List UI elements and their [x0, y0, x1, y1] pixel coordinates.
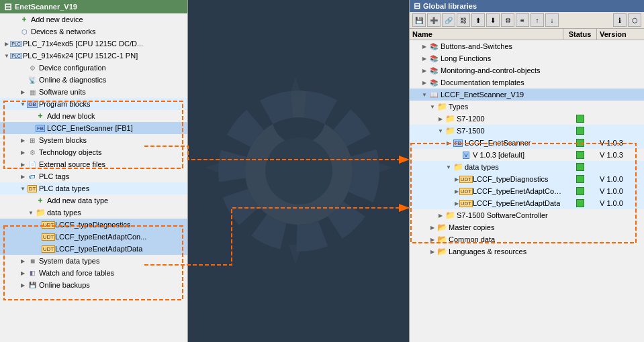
expand-arrow[interactable]	[19, 184, 27, 192]
right-tree-row-s7-1500-soft[interactable]: 📁S7-1500 SoftwareController	[410, 209, 644, 221]
expand-arrow[interactable]	[19, 136, 27, 144]
right-tree-row-s7-1200[interactable]: 📁S7-1200	[410, 113, 644, 125]
right-tree-row-master-copies[interactable]: 📂Master copies	[410, 221, 644, 233]
item-label: S7-1200	[457, 115, 485, 123]
expand-arrow[interactable]	[428, 235, 436, 243]
right-tree-row-data-types-lib[interactable]: 📁data types	[410, 161, 644, 173]
right-tree-row-lccf-lib[interactable]: 📖LCCF_EnetScanner_V19	[410, 89, 644, 101]
right-tree-row-s7-1500[interactable]: 📁S7-1500	[410, 125, 644, 137]
left-tree-item-software-units[interactable]: ▦Software units	[0, 86, 187, 98]
tb-sort-desc[interactable]: ↓	[545, 13, 559, 27]
right-tree-row-lib-enet-data[interactable]: UDTLCCF_typeEnetAdaptDataV 1.0.0	[410, 197, 644, 209]
expand-arrow[interactable]	[19, 160, 27, 168]
right-tree-row-doc-templates[interactable]: 📚Documentation templates	[410, 76, 644, 89]
left-tree-item-plc-data-types[interactable]: DTPLC data types	[0, 182, 187, 194]
item-label: LCCF_EnetScanner [FB1]	[47, 124, 133, 132]
expand-arrow[interactable]	[436, 115, 445, 123]
left-tree-item-add-device[interactable]: +Add new device	[0, 13, 187, 25]
left-tree-item-device-config[interactable]: ⚙Device configuration	[0, 62, 187, 74]
expand-arrow[interactable]	[19, 269, 27, 277]
left-tree-item-sys-data-types[interactable]: ◼System data types	[0, 255, 187, 267]
left-tree-item-add-new-block[interactable]: +Add new block	[0, 110, 187, 122]
right-tree-row-types[interactable]: 📁Types	[410, 101, 644, 113]
svg-point-1	[265, 137, 332, 205]
left-tree-item-system-blocks[interactable]: ⊞System blocks	[0, 134, 187, 146]
tb-info[interactable]: ℹ	[613, 13, 627, 27]
item-label: LCCF_typeEnetAdaptData	[55, 245, 142, 253]
status-dot	[576, 139, 584, 147]
left-tree-item-plc-tags[interactable]: 🏷PLC tags	[0, 170, 187, 182]
right-tree-row-lib-diag[interactable]: UDTLCCF_typeDiagnosticsV 1.0.0	[410, 173, 644, 185]
expand-arrow[interactable]	[428, 247, 436, 255]
left-tree-item-lccf-enet-adpt[interactable]: UDTLCCF_typeEnetAdaptCon...	[0, 231, 187, 243]
expand-arrow[interactable]	[436, 127, 445, 135]
right-tree-row-v103[interactable]: VV 1.0.3 [default]V 1.0.3	[410, 149, 644, 161]
expand-arrow[interactable]	[19, 100, 27, 108]
right-tree-row-monitoring[interactable]: 📚Monitoring-and-control-objects	[410, 64, 644, 76]
tb-upload[interactable]: ⬆	[471, 13, 485, 27]
expand-arrow[interactable]	[19, 281, 27, 289]
item-label: LCCF_EnetScanner_V19	[441, 91, 524, 99]
left-tree-item-watch-force[interactable]: ◧Watch and force tables	[0, 267, 187, 279]
expand-arrow[interactable]	[420, 54, 428, 62]
right-tree-row-long-functions[interactable]: 📚Long Functions	[410, 52, 644, 64]
left-tree-item-lccf-fb1[interactable]: FBLCCF_EnetScanner [FB1]	[0, 122, 187, 134]
left-tree-item-devices-networks[interactable]: ⬡Devices & networks	[0, 25, 187, 38]
version-cell: V 1.0.0	[597, 175, 644, 183]
item-icon: 📁	[445, 113, 455, 124]
right-tree-row-lib-enet-adpt[interactable]: UDTLCCF_typeEnetAdaptConfigV 1.0.0	[410, 185, 644, 197]
expand-arrow[interactable]	[420, 66, 428, 74]
left-tree-item-lccf-diag[interactable]: UDTLCCF_typeDiagnostics	[0, 219, 187, 231]
left-tree-item-plc-71[interactable]: PLCPLC_71x4exd5 [CPU 1215C DC/D...	[0, 38, 187, 50]
expand-arrow[interactable]	[420, 42, 428, 50]
item-label: Languages & resources	[449, 247, 526, 255]
expand-arrow[interactable]	[3, 40, 11, 48]
expand-arrow[interactable]	[428, 103, 436, 111]
tb-save[interactable]: 💾	[412, 13, 426, 27]
left-tree-item-tech-objects[interactable]: ⚙Technology objects	[0, 146, 187, 158]
tb-download[interactable]: ⬇	[486, 13, 500, 27]
middle-area	[188, 0, 409, 342]
item-icon: 📂	[436, 222, 447, 233]
right-tree-row-lccf-enet[interactable]: FBLCCF_EnetScannerV 1.0.3	[410, 137, 644, 149]
item-icon: PLC	[11, 50, 21, 61]
item-icon: UDT	[461, 174, 471, 184]
tb-expand[interactable]: ⬡	[628, 13, 641, 27]
tb-link[interactable]: 🔗	[442, 13, 455, 27]
item-label: S7-1500 SoftwareController	[457, 211, 548, 219]
expand-arrow[interactable]	[19, 172, 27, 180]
left-tree-item-online-diag[interactable]: 📡Online & diagnostics	[0, 74, 187, 86]
expand-arrow[interactable]	[436, 211, 445, 219]
expand-arrow[interactable]	[19, 148, 27, 156]
tb-add[interactable]: ➕	[427, 13, 441, 27]
expand-arrow[interactable]	[19, 88, 27, 96]
expand-arrow[interactable]	[420, 78, 428, 87]
status-dot	[576, 163, 584, 171]
expand-arrow[interactable]	[3, 52, 11, 60]
left-tree-item-plc-91[interactable]: PLCPLC_91x46x24 [CPU 1512C-1 PN]	[0, 50, 187, 62]
right-tree-row-buttons-switches[interactable]: 📚Buttons-and-Switches	[410, 40, 644, 52]
expand-arrow[interactable]	[19, 257, 27, 265]
item-label: Add new data type	[47, 196, 108, 205]
expand-arrow[interactable]	[428, 223, 436, 231]
left-tree-item-lccf-enet-data[interactable]: UDTLCCF_typeEnetAdaptData	[0, 243, 187, 255]
expand-arrow[interactable]	[27, 209, 35, 217]
expand-arrow[interactable]	[420, 91, 428, 99]
right-tree-row-lang-resources[interactable]: 📂Languages & resources	[410, 245, 644, 258]
left-tree-item-ext-sources[interactable]: 📄External source files	[0, 158, 187, 170]
item-icon: ⬡	[19, 26, 30, 37]
item-label: Common data	[449, 235, 495, 243]
left-tree-item-online-backups[interactable]: 💾Online backups	[0, 279, 187, 291]
right-tree-row-common-data[interactable]: 📂Common data	[410, 233, 644, 245]
tb-settings[interactable]: ⚙	[501, 13, 514, 27]
tb-filter[interactable]: ≡	[516, 13, 529, 27]
left-tree-item-data-types[interactable]: 📁data types	[0, 207, 187, 219]
item-label: data types	[47, 209, 81, 217]
expand-arrow[interactable]	[445, 139, 453, 147]
tb-unlink[interactable]: ⛓	[457, 13, 470, 27]
left-tree-item-add-new-type[interactable]: +Add new data type	[0, 194, 187, 207]
tb-sort-asc[interactable]: ↑	[531, 13, 544, 27]
left-tree-item-program-blocks[interactable]: OBProgram blocks	[0, 98, 187, 110]
expand-arrow[interactable]	[445, 163, 453, 171]
right-table-header: Name Status Version	[410, 29, 644, 40]
